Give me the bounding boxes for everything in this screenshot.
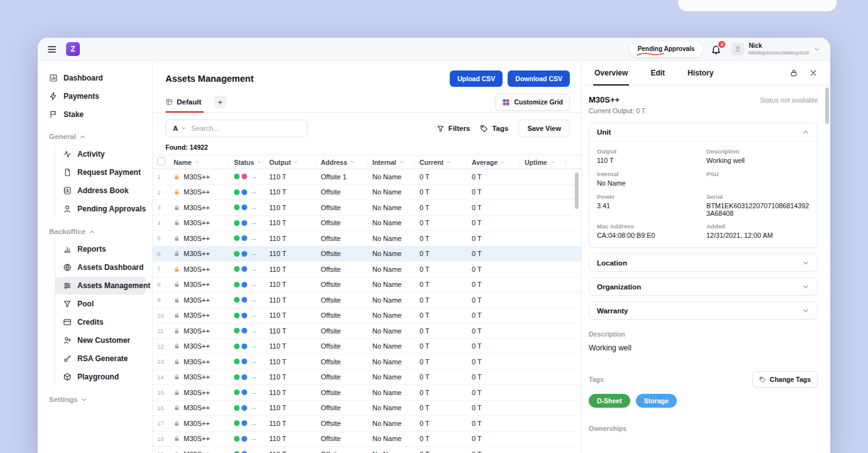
sidebar-item-payments[interactable]: Payments [38, 87, 152, 105]
sidebar-group-backoffice[interactable]: Backoffice [38, 218, 152, 240]
status-dot [234, 359, 240, 364]
cell-average: 0 T [472, 250, 525, 257]
sidebar-item-credits[interactable]: Credits [55, 313, 146, 331]
tab-default[interactable]: Default [165, 92, 208, 112]
sidebar-item-new-customer[interactable]: New Customer [55, 332, 146, 349]
status-dot [242, 282, 247, 288]
scrollbar-thumb[interactable] [825, 87, 829, 124]
cell-internal: No Name [372, 296, 420, 304]
status-cell: -- [234, 296, 269, 304]
panel-scrollbar[interactable] [825, 87, 829, 450]
user-menu[interactable]: Nick Minting Dome Holding LLC [732, 42, 820, 56]
upload-csv-button[interactable]: Upload CSV [450, 70, 503, 87]
search-input[interactable] [191, 125, 307, 132]
save-view-button[interactable]: Save View [518, 120, 570, 137]
section-label: Organization [597, 283, 641, 291]
column-header-current[interactable]: Current [420, 155, 472, 169]
cell-internal: No Name [372, 327, 420, 335]
cell-current: 0 T [420, 281, 472, 288]
table-row[interactable]: 11M30S++--110 TOffsiteNo Name0 T0 T [153, 323, 581, 339]
change-tags-button[interactable]: Change Tags [752, 371, 818, 388]
table-scrollbar[interactable] [574, 170, 579, 450]
section-organization[interactable]: Organization [589, 277, 818, 296]
sidebar-item-pool[interactable]: Pool [55, 295, 146, 313]
add-view-button[interactable]: + [214, 96, 226, 108]
column-header-name[interactable]: Name [174, 155, 234, 169]
select-all-checkbox[interactable] [157, 157, 165, 165]
status-dot [242, 389, 247, 395]
filters-button[interactable]: Filters [437, 125, 470, 133]
sidebar-item-reports[interactable]: Reports [55, 240, 146, 258]
table-row[interactable]: 13M30S++--110 TOffsiteNo Name0 T0 T [153, 354, 581, 370]
table-row[interactable]: 5M30S++--110 TOffsiteNo Name0 T0 T [153, 231, 581, 247]
cell-average: 0 T [472, 204, 525, 211]
cell-average: 0 T [472, 450, 525, 453]
scrollbar-thumb[interactable] [575, 172, 579, 209]
sidebar-item-dashboard[interactable]: Dashboard [38, 69, 152, 87]
sidebar-item-playground[interactable]: Playground [55, 368, 146, 386]
column-header-address[interactable]: Address [321, 155, 372, 169]
table-row[interactable]: 14M30S++--110 TOffsiteNo Name0 T0 T [153, 370, 581, 386]
column-header-uptime[interactable]: Uptime [525, 155, 571, 169]
table-row[interactable]: 17M30S++--110 TOffsiteNo Name0 T0 T [153, 416, 581, 432]
row-number: 19 [157, 450, 174, 453]
field-label: Internal [597, 171, 700, 177]
lock-icon[interactable] [789, 69, 798, 77]
menu-icon[interactable] [47, 44, 57, 55]
tags-button[interactable]: Tags [480, 125, 508, 133]
section-location[interactable]: Location [589, 254, 818, 272]
sidebar-item-assets-dashboard[interactable]: Assets Dashboard [55, 259, 146, 276]
panel-tab-history[interactable]: History [687, 61, 713, 85]
table-row[interactable]: 2M30S++--110 TOffsiteNo Name0 T0 T [153, 185, 581, 201]
sidebar-item-assets-management[interactable]: Assets Management [55, 277, 146, 294]
table-row[interactable]: 10M30S++--110 TOffsiteNo Name0 T0 T [153, 308, 581, 324]
table-row[interactable]: 4M30S++--110 TOffsiteNo Name0 T0 T [153, 216, 581, 232]
table-row[interactable]: 19M30S++--110 TOffsiteNo Name0 T0 T [153, 447, 581, 453]
column-selector[interactable]: A [166, 125, 191, 132]
table-row[interactable]: 7M30S++--110 TOffsiteNo Name0 T0 T [153, 262, 581, 277]
field-value: 3.41 [597, 202, 700, 210]
unit-section-header[interactable]: Unit [589, 123, 817, 142]
table-row[interactable]: 12M30S++--110 TOffsiteNo Name0 T0 T [153, 339, 581, 355]
table-row[interactable]: 8M30S++--110 TOffsiteNo Name0 T0 T [153, 277, 581, 293]
sidebar-group-general[interactable]: General [38, 123, 152, 145]
field-value [706, 179, 810, 187]
pending-approvals-button[interactable]: Pending Approvals [629, 42, 704, 57]
customize-grid-button[interactable]: Customize Grid [495, 94, 570, 111]
section-warranty[interactable]: Warranty [589, 301, 818, 320]
table-row[interactable]: 18M30S++--110 TOffsiteNo Name0 T0 T [153, 432, 581, 447]
close-icon[interactable] [809, 69, 818, 77]
sidebar-item-activity[interactable]: Activity [55, 145, 146, 163]
table-row[interactable]: 15M30S++--110 TOffsiteNo Name0 T0 T [153, 385, 581, 401]
table-row[interactable]: 16M30S++--110 TOffsiteNo Name0 T0 T [153, 401, 581, 417]
column-header-status[interactable]: Status [234, 155, 269, 169]
sidebar-group-settings[interactable]: Settings [38, 386, 152, 408]
download-csv-button[interactable]: Download CSV [508, 70, 570, 87]
status-dash: -- [252, 389, 256, 396]
row-number: 2 [157, 189, 174, 196]
cell-average: 0 T [472, 173, 525, 181]
cell-internal: No Name [372, 235, 420, 242]
status-dot [242, 344, 247, 349]
status-dot [242, 374, 247, 380]
app-logo[interactable]: Z [66, 42, 80, 56]
asset-name-cell: M30S++ [174, 311, 234, 319]
sidebar-item-request-payment[interactable]: Request Payment [55, 164, 146, 181]
sidebar-item-pending-approvals[interactable]: Pending Approvals [55, 200, 146, 218]
table-row[interactable]: 9M30S++--110 TOffsiteNo Name0 T0 T [153, 293, 581, 308]
sidebar-item-address-book[interactable]: Address Book [55, 182, 146, 199]
panel-tab-edit[interactable]: Edit [650, 61, 665, 85]
sidebar-item-stake[interactable]: Stake [38, 105, 152, 123]
column-header-internal[interactable]: Internal [372, 155, 420, 169]
panel-tab-overview[interactable]: Overview [594, 61, 628, 85]
sidebar-item-rsa-generate[interactable]: RSA Generate [55, 350, 146, 367]
table-row[interactable]: 3M30S++--110 TOffsiteNo Name0 T0 T [153, 200, 581, 216]
status-cell: -- [234, 266, 269, 273]
chevron-up-icon [89, 228, 96, 235]
column-header-average[interactable]: Average [472, 155, 525, 169]
table-row[interactable]: 6M30S++--110 TOffsiteNo Name0 T0 T [153, 247, 581, 262]
column-header-output[interactable]: Output [269, 155, 321, 169]
row-number: 15 [157, 389, 174, 396]
table-row[interactable]: 1M30S++--110 TOffsite 1No Name0 T0 T [153, 169, 581, 185]
notifications-button[interactable]: 2 [711, 44, 721, 55]
